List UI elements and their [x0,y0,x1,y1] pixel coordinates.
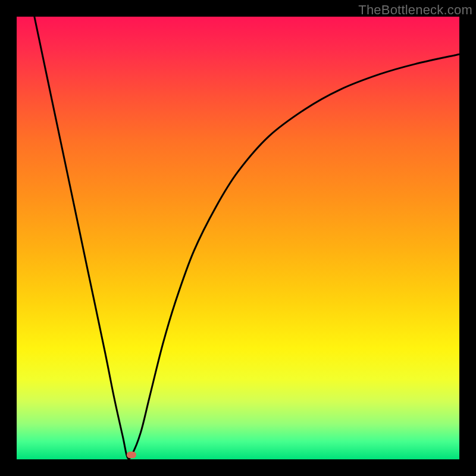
chart-frame: TheBottleneck.com [0,0,476,476]
minimum-marker [127,452,136,458]
bottleneck-curve [35,17,459,459]
curve-layer [17,17,459,459]
attribution-text: TheBottleneck.com [358,2,472,18]
